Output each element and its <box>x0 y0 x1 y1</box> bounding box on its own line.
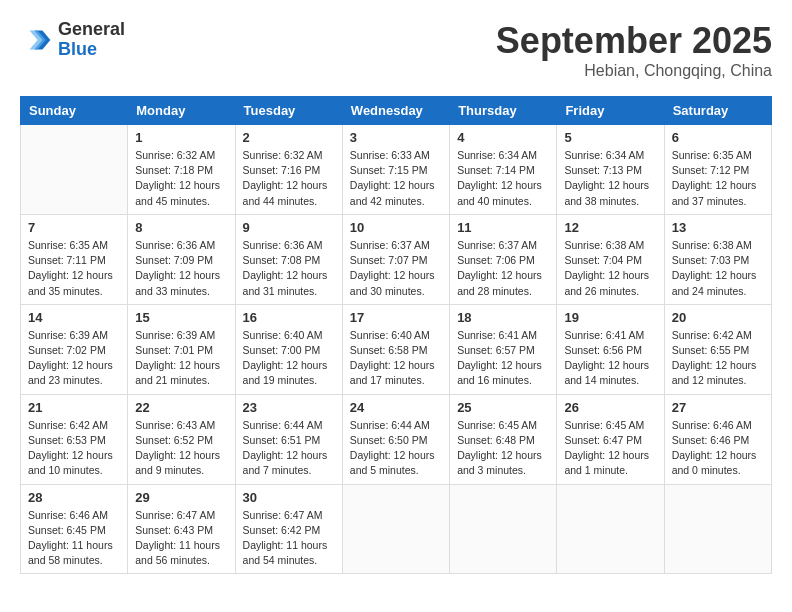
day-info: Sunrise: 6:46 AMSunset: 6:45 PMDaylight:… <box>28 508 120 569</box>
day-info: Sunrise: 6:39 AMSunset: 7:01 PMDaylight:… <box>135 328 227 389</box>
day-number: 17 <box>350 310 442 325</box>
calendar-cell: 23Sunrise: 6:44 AMSunset: 6:51 PMDayligh… <box>235 394 342 484</box>
day-info: Sunrise: 6:37 AMSunset: 7:07 PMDaylight:… <box>350 238 442 299</box>
day-header-wednesday: Wednesday <box>342 97 449 125</box>
day-info: Sunrise: 6:43 AMSunset: 6:52 PMDaylight:… <box>135 418 227 479</box>
day-info: Sunrise: 6:38 AMSunset: 7:03 PMDaylight:… <box>672 238 764 299</box>
day-number: 18 <box>457 310 549 325</box>
calendar-cell: 19Sunrise: 6:41 AMSunset: 6:56 PMDayligh… <box>557 304 664 394</box>
day-number: 23 <box>243 400 335 415</box>
calendar-cell: 13Sunrise: 6:38 AMSunset: 7:03 PMDayligh… <box>664 214 771 304</box>
day-info: Sunrise: 6:34 AMSunset: 7:14 PMDaylight:… <box>457 148 549 209</box>
calendar-header-row: SundayMondayTuesdayWednesdayThursdayFrid… <box>21 97 772 125</box>
day-info: Sunrise: 6:32 AMSunset: 7:16 PMDaylight:… <box>243 148 335 209</box>
day-number: 4 <box>457 130 549 145</box>
day-number: 2 <box>243 130 335 145</box>
day-info: Sunrise: 6:38 AMSunset: 7:04 PMDaylight:… <box>564 238 656 299</box>
calendar-cell: 17Sunrise: 6:40 AMSunset: 6:58 PMDayligh… <box>342 304 449 394</box>
day-number: 1 <box>135 130 227 145</box>
calendar-cell <box>664 484 771 574</box>
day-number: 8 <box>135 220 227 235</box>
day-info: Sunrise: 6:47 AMSunset: 6:42 PMDaylight:… <box>243 508 335 569</box>
day-info: Sunrise: 6:33 AMSunset: 7:15 PMDaylight:… <box>350 148 442 209</box>
day-info: Sunrise: 6:39 AMSunset: 7:02 PMDaylight:… <box>28 328 120 389</box>
calendar-cell: 12Sunrise: 6:38 AMSunset: 7:04 PMDayligh… <box>557 214 664 304</box>
calendar-cell: 20Sunrise: 6:42 AMSunset: 6:55 PMDayligh… <box>664 304 771 394</box>
day-info: Sunrise: 6:37 AMSunset: 7:06 PMDaylight:… <box>457 238 549 299</box>
day-info: Sunrise: 6:42 AMSunset: 6:55 PMDaylight:… <box>672 328 764 389</box>
day-info: Sunrise: 6:45 AMSunset: 6:47 PMDaylight:… <box>564 418 656 479</box>
day-number: 29 <box>135 490 227 505</box>
day-number: 20 <box>672 310 764 325</box>
calendar-cell <box>557 484 664 574</box>
week-row-5: 28Sunrise: 6:46 AMSunset: 6:45 PMDayligh… <box>21 484 772 574</box>
calendar-cell: 21Sunrise: 6:42 AMSunset: 6:53 PMDayligh… <box>21 394 128 484</box>
day-number: 30 <box>243 490 335 505</box>
calendar-table: SundayMondayTuesdayWednesdayThursdayFrid… <box>20 96 772 574</box>
day-number: 22 <box>135 400 227 415</box>
title-block: September 2025 Hebian, Chongqing, China <box>496 20 772 80</box>
logo-general-text: General <box>58 20 125 40</box>
location-title: Hebian, Chongqing, China <box>496 62 772 80</box>
calendar-cell: 1Sunrise: 6:32 AMSunset: 7:18 PMDaylight… <box>128 125 235 215</box>
calendar-cell <box>450 484 557 574</box>
day-number: 25 <box>457 400 549 415</box>
calendar-cell: 4Sunrise: 6:34 AMSunset: 7:14 PMDaylight… <box>450 125 557 215</box>
day-number: 5 <box>564 130 656 145</box>
day-header-friday: Friday <box>557 97 664 125</box>
week-row-4: 21Sunrise: 6:42 AMSunset: 6:53 PMDayligh… <box>21 394 772 484</box>
calendar-cell: 28Sunrise: 6:46 AMSunset: 6:45 PMDayligh… <box>21 484 128 574</box>
logo-icon <box>20 24 52 56</box>
calendar-cell: 24Sunrise: 6:44 AMSunset: 6:50 PMDayligh… <box>342 394 449 484</box>
day-header-sunday: Sunday <box>21 97 128 125</box>
calendar-cell: 30Sunrise: 6:47 AMSunset: 6:42 PMDayligh… <box>235 484 342 574</box>
calendar-cell: 29Sunrise: 6:47 AMSunset: 6:43 PMDayligh… <box>128 484 235 574</box>
calendar-cell: 11Sunrise: 6:37 AMSunset: 7:06 PMDayligh… <box>450 214 557 304</box>
day-number: 11 <box>457 220 549 235</box>
day-info: Sunrise: 6:44 AMSunset: 6:51 PMDaylight:… <box>243 418 335 479</box>
day-info: Sunrise: 6:35 AMSunset: 7:12 PMDaylight:… <box>672 148 764 209</box>
day-info: Sunrise: 6:45 AMSunset: 6:48 PMDaylight:… <box>457 418 549 479</box>
calendar-cell <box>342 484 449 574</box>
day-info: Sunrise: 6:40 AMSunset: 6:58 PMDaylight:… <box>350 328 442 389</box>
calendar-cell: 8Sunrise: 6:36 AMSunset: 7:09 PMDaylight… <box>128 214 235 304</box>
day-number: 3 <box>350 130 442 145</box>
month-title: September 2025 <box>496 20 772 62</box>
calendar-cell: 14Sunrise: 6:39 AMSunset: 7:02 PMDayligh… <box>21 304 128 394</box>
calendar-cell: 3Sunrise: 6:33 AMSunset: 7:15 PMDaylight… <box>342 125 449 215</box>
day-number: 13 <box>672 220 764 235</box>
day-info: Sunrise: 6:36 AMSunset: 7:09 PMDaylight:… <box>135 238 227 299</box>
calendar-cell: 7Sunrise: 6:35 AMSunset: 7:11 PMDaylight… <box>21 214 128 304</box>
day-info: Sunrise: 6:41 AMSunset: 6:57 PMDaylight:… <box>457 328 549 389</box>
calendar-cell: 18Sunrise: 6:41 AMSunset: 6:57 PMDayligh… <box>450 304 557 394</box>
page-header: General Blue September 2025 Hebian, Chon… <box>20 20 772 80</box>
calendar-cell: 5Sunrise: 6:34 AMSunset: 7:13 PMDaylight… <box>557 125 664 215</box>
day-number: 10 <box>350 220 442 235</box>
day-number: 7 <box>28 220 120 235</box>
day-number: 19 <box>564 310 656 325</box>
day-header-saturday: Saturday <box>664 97 771 125</box>
calendar-cell: 15Sunrise: 6:39 AMSunset: 7:01 PMDayligh… <box>128 304 235 394</box>
day-number: 28 <box>28 490 120 505</box>
day-info: Sunrise: 6:44 AMSunset: 6:50 PMDaylight:… <box>350 418 442 479</box>
day-info: Sunrise: 6:34 AMSunset: 7:13 PMDaylight:… <box>564 148 656 209</box>
day-number: 21 <box>28 400 120 415</box>
day-header-monday: Monday <box>128 97 235 125</box>
calendar-cell: 9Sunrise: 6:36 AMSunset: 7:08 PMDaylight… <box>235 214 342 304</box>
day-info: Sunrise: 6:41 AMSunset: 6:56 PMDaylight:… <box>564 328 656 389</box>
day-info: Sunrise: 6:46 AMSunset: 6:46 PMDaylight:… <box>672 418 764 479</box>
day-info: Sunrise: 6:47 AMSunset: 6:43 PMDaylight:… <box>135 508 227 569</box>
week-row-1: 1Sunrise: 6:32 AMSunset: 7:18 PMDaylight… <box>21 125 772 215</box>
day-info: Sunrise: 6:36 AMSunset: 7:08 PMDaylight:… <box>243 238 335 299</box>
calendar-cell: 26Sunrise: 6:45 AMSunset: 6:47 PMDayligh… <box>557 394 664 484</box>
day-header-tuesday: Tuesday <box>235 97 342 125</box>
week-row-2: 7Sunrise: 6:35 AMSunset: 7:11 PMDaylight… <box>21 214 772 304</box>
day-number: 15 <box>135 310 227 325</box>
day-number: 12 <box>564 220 656 235</box>
day-header-thursday: Thursday <box>450 97 557 125</box>
day-info: Sunrise: 6:32 AMSunset: 7:18 PMDaylight:… <box>135 148 227 209</box>
day-number: 26 <box>564 400 656 415</box>
day-info: Sunrise: 6:42 AMSunset: 6:53 PMDaylight:… <box>28 418 120 479</box>
calendar-cell: 16Sunrise: 6:40 AMSunset: 7:00 PMDayligh… <box>235 304 342 394</box>
calendar-cell: 10Sunrise: 6:37 AMSunset: 7:07 PMDayligh… <box>342 214 449 304</box>
